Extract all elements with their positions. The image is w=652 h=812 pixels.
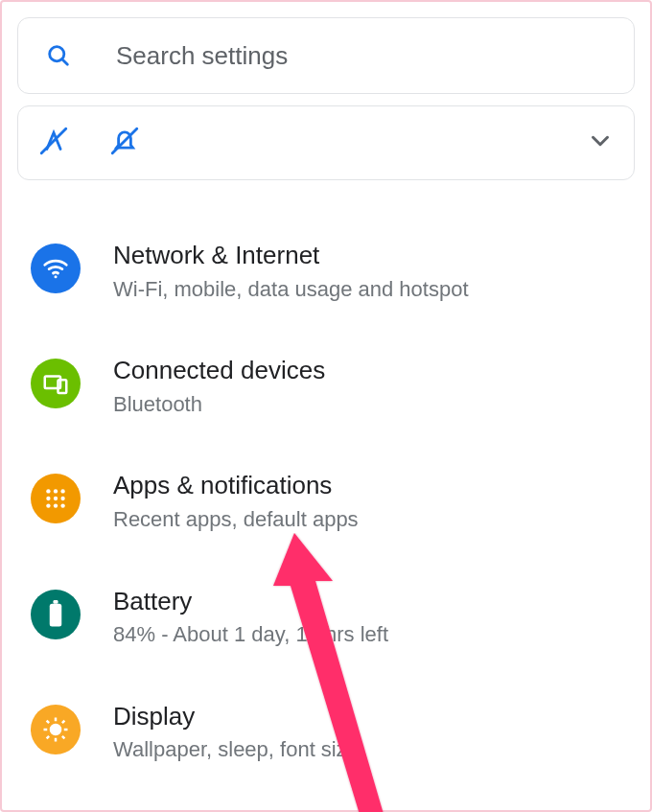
svg-rect-17 <box>54 600 58 604</box>
svg-point-14 <box>54 504 58 508</box>
settings-list: Network & Internet Wi-Fi, mobile, data u… <box>2 203 650 799</box>
svg-point-18 <box>51 725 60 734</box>
svg-point-9 <box>60 490 64 494</box>
svg-point-10 <box>46 497 50 500</box>
expand-icon[interactable] <box>586 127 615 159</box>
row-title: Network & Internet <box>113 240 631 271</box>
row-title: Apps & notifications <box>113 470 631 501</box>
row-subtitle: Recent apps, default apps <box>113 505 631 534</box>
row-title: Battery <box>113 586 631 617</box>
data-off-icon <box>37 125 70 161</box>
row-network-internet[interactable]: Network & Internet Wi-Fi, mobile, data u… <box>2 222 650 337</box>
apps-icon <box>31 474 81 523</box>
row-battery[interactable]: Battery 84% - About 1 day, 16 hrs left <box>2 568 650 684</box>
svg-point-13 <box>46 504 50 508</box>
row-title: Connected devices <box>113 355 631 386</box>
search-icon <box>45 42 87 69</box>
svg-point-12 <box>60 497 64 500</box>
svg-line-26 <box>62 720 65 723</box>
svg-line-25 <box>47 736 50 739</box>
notifications-off-icon <box>108 125 141 161</box>
search-placeholder: Search settings <box>116 41 288 71</box>
battery-icon <box>31 590 81 639</box>
svg-point-15 <box>60 504 64 508</box>
svg-rect-16 <box>50 603 62 626</box>
row-title: Display <box>113 701 631 732</box>
svg-point-11 <box>54 497 58 500</box>
svg-point-4 <box>55 275 58 278</box>
suggestion-card[interactable] <box>17 105 635 180</box>
svg-point-8 <box>54 490 58 494</box>
row-subtitle: Bluetooth <box>113 390 631 419</box>
svg-point-7 <box>46 490 50 494</box>
svg-line-1 <box>62 59 68 65</box>
brightness-icon <box>31 705 81 754</box>
row-subtitle: Wallpaper, sleep, font size <box>113 735 631 764</box>
row-display[interactable]: Display Wallpaper, sleep, font size <box>2 684 650 799</box>
row-apps-notifications[interactable]: Apps & notifications Recent apps, defaul… <box>2 452 650 568</box>
devices-icon <box>31 359 81 408</box>
row-subtitle: Wi-Fi, mobile, data usage and hotspot <box>113 275 631 304</box>
svg-line-23 <box>47 720 50 723</box>
svg-line-24 <box>62 736 65 739</box>
row-connected-devices[interactable]: Connected devices Bluetooth <box>2 337 650 452</box>
search-settings-bar[interactable]: Search settings <box>17 17 635 94</box>
row-subtitle: 84% - About 1 day, 16 hrs left <box>113 620 631 649</box>
wifi-icon <box>31 244 81 293</box>
settings-screen: Search settings <box>0 0 652 812</box>
